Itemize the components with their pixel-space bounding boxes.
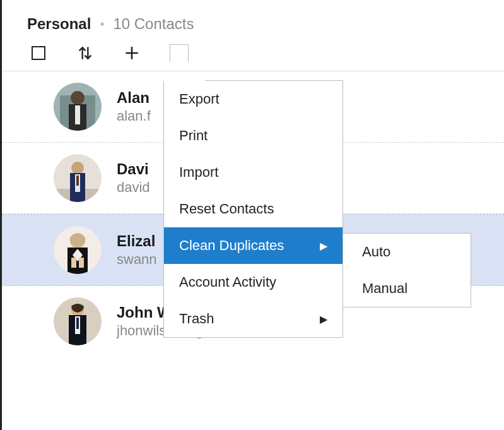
menu-item-label: Print [179,128,208,144]
avatar [54,154,102,202]
menu-item-label: Import [179,164,218,181]
header: Personal • 10 Contacts [2,0,504,38]
contact-count: 10 Contacts [113,15,194,33]
contact-info: Elizal swann [117,232,157,268]
contact-email: david [117,179,150,196]
add-contact-button[interactable] [123,44,141,62]
menu-item-trash[interactable]: Trash ▶ [164,301,343,337]
separator-dot: • [100,17,104,32]
select-all-checkbox[interactable] [30,44,47,62]
contact-name: Elizal [117,232,157,250]
chevron-right-icon: ▶ [320,313,327,325]
page-title: Personal [27,15,91,33]
sort-icon[interactable] [76,44,94,62]
clean-duplicates-submenu: Auto Manual [343,233,471,308]
menu-item-label: Export [179,91,220,107]
svg-rect-24 [79,258,84,268]
more-options-button[interactable] [170,44,189,62]
contact-email: swann [117,251,157,268]
contact-info: Davi david [117,160,150,196]
svg-rect-12 [75,105,80,124]
contact-name: Alan [117,89,151,107]
menu-item-label: Trash [179,311,214,327]
menu-item-reset-contacts[interactable]: Reset Contacts [164,191,343,227]
submenu-item-auto[interactable]: Auto [343,234,471,270]
menu-item-label: Clean Duplicates [179,237,284,254]
avatar [54,226,102,274]
svg-point-10 [71,91,85,105]
toolbar [2,38,504,71]
svg-point-15 [71,162,84,174]
submenu-item-manual[interactable]: Manual [343,270,471,307]
chevron-right-icon: ▶ [320,240,327,252]
avatar [54,83,102,131]
menu-item-label: Auto [362,244,390,260]
menu-item-label: Reset Contacts [179,201,274,217]
menu-item-account-activity[interactable]: Account Activity [164,264,343,301]
contacts-app: Personal • 10 Contacts [0,0,504,430]
avatar [54,297,102,345]
menu-item-print[interactable]: Print [164,117,343,154]
contact-name: Davi [117,160,150,178]
menu-item-label: Manual [362,280,407,297]
svg-rect-18 [76,176,79,186]
contact-email: alan.f [117,108,151,124]
contact-info: Alan alan.f [117,89,151,124]
menu-item-clean-duplicates[interactable]: Clean Duplicates ▶ [164,227,343,264]
menu-item-import[interactable]: Import [164,154,343,191]
svg-rect-23 [71,258,76,268]
menu-item-export[interactable]: Export [164,81,343,117]
menu-item-label: Account Activity [179,274,276,290]
svg-rect-29 [76,318,79,329]
more-options-menu: Export Print Import Reset Contacts Clean… [163,80,343,338]
